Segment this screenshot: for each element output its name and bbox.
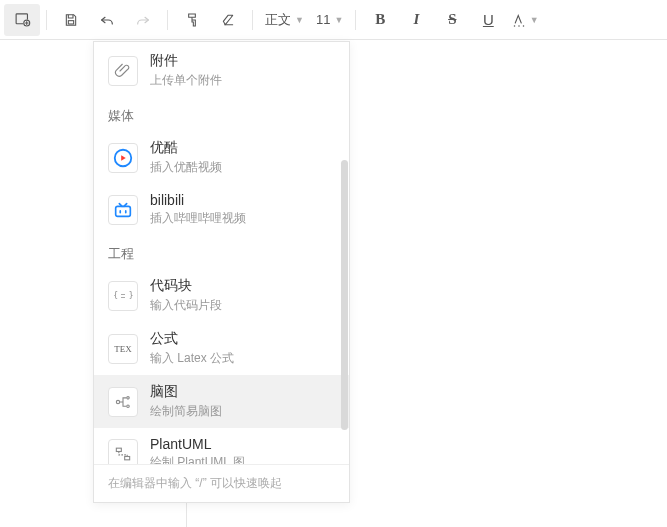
insert-menu-dropdown: 附件 上传单个附件 媒体 优酷 插入优酷视频 bbox=[93, 41, 350, 503]
chevron-down-icon: ▼ bbox=[334, 15, 343, 25]
insert-menu-button[interactable] bbox=[4, 4, 40, 36]
svg-point-5 bbox=[518, 25, 520, 27]
menu-item-title: 脑图 bbox=[150, 383, 222, 401]
menu-item-subtitle: 输入 Latex 公式 bbox=[150, 350, 234, 367]
menu-item-title: 附件 bbox=[150, 52, 222, 70]
dropdown-footer-hint: 在编辑器中输入 “/” 可以快速唤起 bbox=[94, 464, 349, 502]
toolbar-separator bbox=[355, 10, 356, 30]
menu-item-code-block[interactable]: { } 代码块 输入代码片段 bbox=[94, 269, 349, 322]
format-painter-button[interactable] bbox=[174, 4, 210, 36]
menu-item-subtitle: 绘制 PlantUML 图 bbox=[150, 454, 245, 464]
svg-rect-12 bbox=[116, 448, 121, 451]
paragraph-style-label: 正文 bbox=[265, 11, 291, 29]
paragraph-style-dropdown[interactable]: 正文 ▼ bbox=[259, 4, 310, 36]
svg-point-6 bbox=[523, 25, 525, 27]
italic-button[interactable]: I bbox=[398, 4, 434, 36]
latex-icon-text: TEX bbox=[114, 344, 132, 354]
font-size-value: 11 bbox=[316, 12, 330, 27]
bilibili-icon bbox=[108, 195, 138, 225]
menu-item-subtitle: 插入哔哩哔哩视频 bbox=[150, 210, 246, 227]
svg-point-4 bbox=[514, 25, 516, 27]
menu-item-subtitle: 上传单个附件 bbox=[150, 72, 222, 89]
chevron-down-icon: ▼ bbox=[295, 15, 304, 25]
menu-item-title: 优酷 bbox=[150, 139, 222, 157]
mindmap-icon bbox=[108, 387, 138, 417]
code-block-icon: { } bbox=[108, 281, 138, 311]
menu-item-bilibili[interactable]: bilibili 插入哔哩哔哩视频 bbox=[94, 184, 349, 235]
menu-item-title: PlantUML bbox=[150, 436, 245, 452]
svg-rect-3 bbox=[68, 20, 73, 23]
strikethrough-button[interactable]: S bbox=[434, 4, 470, 36]
underline-button[interactable]: U bbox=[470, 4, 506, 36]
menu-item-formula[interactable]: TEX 公式 输入 Latex 公式 bbox=[94, 322, 349, 375]
menu-item-subtitle: 插入优酷视频 bbox=[150, 159, 222, 176]
emphasis-dots-button[interactable]: ▼ bbox=[506, 4, 542, 36]
toolbar-separator bbox=[46, 10, 47, 30]
attachment-icon bbox=[108, 56, 138, 86]
save-button[interactable] bbox=[53, 4, 89, 36]
youku-icon bbox=[108, 143, 138, 173]
clear-format-button[interactable] bbox=[210, 4, 246, 36]
svg-rect-13 bbox=[125, 456, 130, 459]
svg-point-10 bbox=[127, 396, 130, 399]
latex-icon: TEX bbox=[108, 334, 138, 364]
svg-rect-8 bbox=[116, 206, 131, 216]
undo-button[interactable] bbox=[89, 4, 125, 36]
menu-item-title: bilibili bbox=[150, 192, 246, 208]
menu-item-subtitle: 绘制简易脑图 bbox=[150, 403, 222, 420]
italic-label: I bbox=[413, 11, 419, 28]
scrollbar-thumb[interactable] bbox=[341, 160, 348, 430]
menu-item-youku[interactable]: 优酷 插入优酷视频 bbox=[94, 131, 349, 184]
underline-label: U bbox=[483, 11, 494, 28]
menu-item-mindmap[interactable]: 脑图 绘制简易脑图 bbox=[94, 375, 349, 428]
editor-toolbar: 正文 ▼ 11 ▼ B I S U ▼ bbox=[0, 0, 667, 40]
menu-item-plantuml[interactable]: PlantUML 绘制 PlantUML 图 bbox=[94, 428, 349, 464]
toolbar-separator bbox=[252, 10, 253, 30]
toolbar-separator bbox=[167, 10, 168, 30]
menu-item-title: 公式 bbox=[150, 330, 234, 348]
font-size-dropdown[interactable]: 11 ▼ bbox=[310, 4, 349, 36]
bold-button[interactable]: B bbox=[362, 4, 398, 36]
svg-point-9 bbox=[116, 400, 119, 403]
redo-button[interactable] bbox=[125, 4, 161, 36]
strike-label: S bbox=[448, 11, 456, 28]
section-title-media: 媒体 bbox=[94, 97, 349, 131]
dropdown-scroll-area[interactable]: 附件 上传单个附件 媒体 优酷 插入优酷视频 bbox=[94, 42, 349, 464]
section-title-engineering: 工程 bbox=[94, 235, 349, 269]
svg-point-11 bbox=[127, 404, 130, 407]
bold-label: B bbox=[375, 11, 385, 28]
menu-item-attachment[interactable]: 附件 上传单个附件 bbox=[94, 44, 349, 97]
plantuml-icon bbox=[108, 439, 138, 465]
chevron-down-icon: ▼ bbox=[530, 15, 539, 25]
menu-item-title: 代码块 bbox=[150, 277, 222, 295]
menu-item-subtitle: 输入代码片段 bbox=[150, 297, 222, 314]
